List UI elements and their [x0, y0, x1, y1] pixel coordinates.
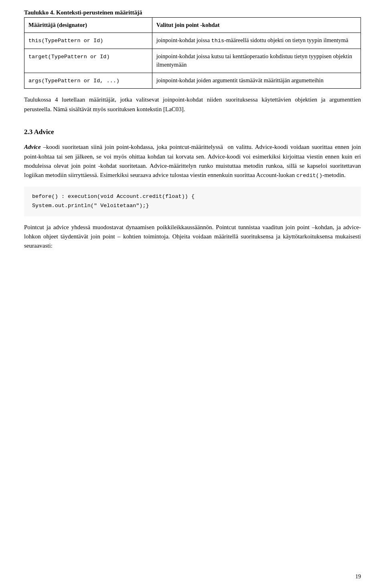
table-row: this(TypePattern or Id) joinpoint-kohdat…: [24, 33, 361, 49]
code-line-2: System.out.println(" Veloitetaan");}: [32, 201, 353, 211]
italic-advice-word: Advice: [24, 144, 41, 150]
section-paragraph-2: Pointcut ja advice yhdessä muodostavat d…: [24, 223, 361, 251]
code-designator-2: target(TypePattern or Id): [28, 54, 110, 60]
table-row: args(TypePattern or Id, ...) joinpoint-k…: [24, 73, 361, 89]
section-paragraph-1: Advice –koodi suoritetaan siinä join poi…: [24, 142, 361, 180]
table-header-col1: Määrittäjä (designator): [24, 17, 152, 33]
code-line-1: before() : execution(void Account.credit…: [32, 192, 353, 201]
table-cell-designator-2: target(TypePattern or Id): [24, 49, 152, 73]
page-number: 19: [355, 572, 361, 581]
table-caption: Konteksti-perusteinen määrittäjä: [56, 9, 142, 16]
table-cell-desc-2: joinpoint-kohdat joissa kutsu tai kenttä…: [152, 49, 361, 73]
designator-table: Määrittäjä (designator) Valitut join poi…: [24, 17, 361, 89]
table-header-col2: Valitut join point -kohdat: [152, 17, 361, 33]
code-designator-1: this(TypePattern or Id): [28, 38, 103, 44]
code-block: before() : execution(void Account.credit…: [24, 187, 361, 216]
table-footer-paragraph: Taulukossa 4 luetellaan määrittäjät, jot…: [24, 95, 361, 114]
table-cell-designator-3: args(TypePattern or Id, ...): [24, 73, 152, 89]
code-designator-3: args(TypePattern or Id, ...): [28, 78, 120, 84]
section-heading: 2.3 Advice: [24, 127, 361, 137]
page-title: Taulukko 4. Konteksti-perusteinen määrit…: [24, 8, 361, 17]
table-cell-desc-1: joinpoint-kohdat joissa this-määreellä s…: [152, 33, 361, 49]
table-cell-designator-1: this(TypePattern or Id): [24, 33, 152, 49]
inline-code-credit: credit(): [296, 173, 322, 179]
table-cell-desc-3: joinpoint-kohdat joiden argumentit täsmä…: [152, 73, 361, 89]
code-this: this: [211, 38, 224, 44]
table-row: target(TypePattern or Id) joinpoint-kohd…: [24, 49, 361, 73]
